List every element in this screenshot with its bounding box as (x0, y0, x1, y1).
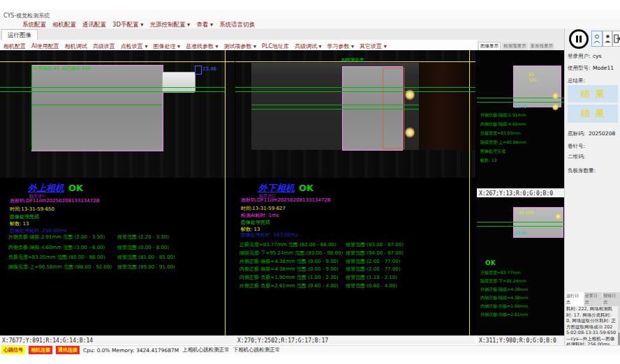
operator-button[interactable] (603, 31, 612, 47)
pause-button[interactable] (569, 29, 589, 49)
small-top-gold-spot-1 (552, 92, 559, 100)
mid-process-done-text: 图像处理完成 (241, 220, 270, 225)
measurement-text: 隔膜宽度-上=90.56mm 范围:(88.00 - 92.00) (8, 265, 112, 270)
left-green-line-2 (0, 91, 225, 92)
alarm-range-text: 报警范围:(83.00 - 87.00) (346, 243, 404, 248)
tool-plc-address[interactable]: PLC地址库 (262, 43, 289, 50)
tool-learning-params[interactable]: 学习参数 ▾ (327, 43, 355, 50)
log-tab-run[interactable]: 运行日志 (566, 292, 584, 306)
small-tab-detect-display[interactable]: 检测项显示 (502, 43, 528, 50)
left-green-line-3 (31, 105, 162, 105)
mid-green-line-1 (235, 87, 475, 88)
small-bottom-green-line-1 (477, 222, 564, 222)
log-tabs: 运行日志 设置日志 报错日志 (565, 297, 620, 306)
tool-image-processing[interactable]: 图像处理 ▾ (153, 43, 180, 50)
total-result-label: 总结果: (568, 77, 585, 84)
operator-icon (605, 34, 611, 43)
tool-advanced-settings[interactable]: 高级设置 (93, 43, 115, 50)
small-top-info-line: 内侧负极-隔膜:4.60mm (480, 122, 526, 126)
mid-camera-ok-status: OK (299, 183, 313, 192)
mid-gold-contact-2 (405, 127, 415, 138)
alarm-range-text: 报警范围:(0.00 - 8.00) (117, 245, 169, 250)
pause-icon (576, 36, 578, 43)
bottom-barcode-value: 20250208 (589, 130, 615, 137)
small-top-coord-bar: X:267;Y:13;R:0;G:0;B:0 (477, 188, 564, 197)
left-green-line-v (31, 65, 32, 150)
mid-camera-panel: AI检测高度 外下相机 OK 触发进行 底标码:DF11ilm202502081… (235, 50, 475, 335)
small-bottom-info-line: 内侧正极-负极=1.90mm (480, 304, 528, 308)
heartbeat-status-badge: 心跳信号 (1, 346, 25, 354)
camera-status-badge: 相机连接 (29, 346, 52, 354)
small-tab-image-display[interactable]: 图像显示 (478, 42, 501, 50)
small-tab-baseline-display[interactable]: 基准线显示 (529, 43, 555, 50)
mid-ai-time-text: 检测AI耗时: 1ms (241, 213, 279, 218)
tool-advanced-debug[interactable]: 高级调试 ▾ (295, 43, 322, 50)
bottom-barcode-label: 底标码: (568, 130, 585, 137)
small-top-camera-panel[interactable]: 93 100 23.46 外侧负极-隔膜:2.91mm 内侧负极-隔膜:4.60… (477, 50, 564, 188)
mid-yellow-guide-v (469, 50, 470, 335)
mid-green-line-2 (235, 91, 475, 92)
left-blue-value: 23.46 (202, 67, 216, 72)
small-bottom-gold-spot (555, 213, 561, 220)
tab-strip: 运行图像 (0, 29, 564, 40)
measurement-text: 隔膜宽度-下=95.24mm 范围:(93.00 - 98.00) (239, 251, 343, 256)
tool-other-settings[interactable]: 其它设置 ▾ (360, 43, 387, 50)
small-bottom-info-line: 外侧正极-隔膜=4.38mm (480, 287, 528, 291)
left-yellow-guide-v (225, 50, 226, 335)
alarm-range-text: 报警范围:(1.10 - 2.10) (346, 275, 397, 280)
tool-baseline-params[interactable]: 基准线参数 ▾ (186, 43, 219, 50)
tool-camera-debug[interactable]: 相机调试 (65, 43, 87, 50)
left-camera-title: 外上相机 (28, 183, 64, 192)
left-cell-region (31, 65, 163, 151)
mid-elapsed-text: 图像处理耗时: 163.00ms (241, 233, 298, 238)
tool-ai-config[interactable]: AI使用配置 (31, 43, 59, 50)
log-tab-settings[interactable]: 设置日志 (584, 292, 603, 306)
small-bottom-info-line: 正极宽度=83.77mm (480, 271, 521, 275)
small-top-info-line: 外侧负极-隔膜:2.91mm (480, 113, 526, 117)
small-bottom-overlay-cyan: 23.46 (515, 231, 526, 235)
small-bottom-coord-bar: X:311;Y:980;R:0;G:0;B:0 (477, 335, 564, 344)
left-threshold-overlay: 计算阈值:93, 动态阈值:100 (34, 66, 90, 71)
toolbar-items: 相机配置 AI使用配置 相机调试 高级设置 点检设置 ▾ 图像处理 ▾ 基准线参… (3, 43, 387, 50)
small-bottom-info-line: 内侧正极-隔膜=4.38mm (480, 296, 528, 300)
left-elapsed-text: 图像处理耗时: 256.00ms (10, 229, 67, 234)
small-bottom-green-line-2 (477, 226, 564, 227)
tab-run-image[interactable]: 运行图像 (1, 29, 38, 40)
measurement-text: 内侧正极-负极=1.90mm 范围:(1.00 - 2.20) (239, 275, 339, 280)
left-barcode-text: 底标码:DF11ilm2025020813313472B (10, 199, 99, 204)
result-box-upper: 结果 (568, 85, 618, 103)
left-coord-bar: X:7677;Y:891;R:14;G:14;B:14 (0, 335, 235, 344)
user-login-button[interactable] (591, 31, 603, 47)
small-top-info-line: 帧数: 13 (480, 158, 497, 162)
model-label: 使用型号: (568, 65, 591, 72)
logout-icon (614, 34, 620, 43)
right-sidebar: 登录用户: cys 使用型号: Mode11 总结果: 结果 结果 底标码: 2… (564, 29, 620, 354)
left-blue-marker (195, 66, 202, 75)
alarm-range-text: 报警范围:(81.00 - 85.00) (117, 255, 175, 260)
measurement-text: 外侧正极-负极=2.61mm 范围:(0.60 - 4.00) (239, 284, 339, 289)
lower-camera-heartbeat-text: 下相机心跳检测正常 (233, 347, 281, 354)
mid-time-text: 时间:13-31-59-627 (241, 206, 286, 211)
small-top-info-line: 负极宽度=83.05mm (480, 131, 521, 135)
tool-test-params[interactable]: 测试项参数 ▾ (224, 43, 257, 50)
mid-green-line-3 (251, 105, 419, 105)
left-time-text: 时间:13-31-59-650 (10, 207, 54, 212)
log-tab-errors[interactable]: 报错日志 (603, 292, 620, 306)
tool-spot-check[interactable]: 点检设置 ▾ (121, 43, 148, 50)
left-process-done-text: 图像处理完成 (10, 215, 39, 220)
small-bottom-info-line: 隔膜宽度-下=95.24mm (480, 279, 526, 283)
left-yellow-guide-h (0, 61, 235, 62)
left-camera-ok-status: OK (68, 183, 83, 192)
alarm-range-text: 报警范围:(2.00 - 77.00) (346, 259, 400, 264)
result-box-lower: 结果 (568, 105, 618, 123)
left-connector-object (162, 72, 195, 93)
small-top-cell-region (513, 66, 561, 107)
small-top-overlay-value-1: 93 (529, 73, 534, 77)
login-user-value: cys (593, 53, 601, 59)
small-bottom-camera-panel[interactable]: 93 100 23.46 OK 正极宽度=83.77mm 隔膜宽度-下=95.2… (477, 199, 564, 335)
tool-camera-config[interactable]: 相机配置 (3, 43, 26, 50)
model-value: Mode11 (593, 65, 614, 71)
mid-ai-overlay: AI检测高度 (341, 58, 364, 63)
small-top-info-line: 图像处理完成 (480, 149, 505, 153)
logout-button[interactable] (612, 31, 620, 47)
